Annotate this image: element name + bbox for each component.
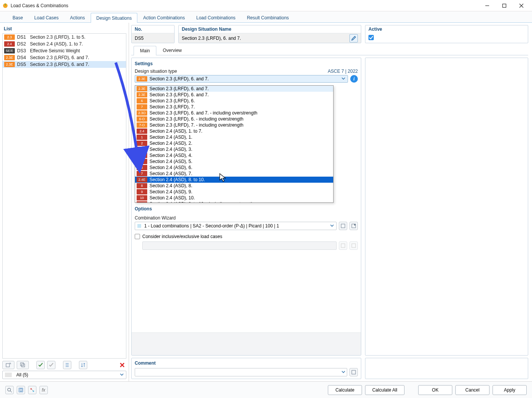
close-button[interactable] [513,0,530,11]
calculate-all-button[interactable]: Calculate All [365,385,405,395]
calculate-button[interactable]: Calculate [328,385,362,395]
dropdown-label: Section 2.4 (ASD), 7. [150,171,192,176]
subtab-main[interactable]: Main [134,46,156,55]
dropdown-item[interactable]: 6-OSection 2.3 (LRFD), 6. - including ov… [135,116,333,122]
new-button[interactable] [2,361,14,369]
dropdown-label: Section 2.3 (LRFD), 6. and 7. [150,86,209,91]
consider-label: Consider inclusive/exclusive load cases [142,234,222,239]
list-item[interactable]: SE/EDS3Effective Seismic Weight [3,47,126,54]
ok-button[interactable]: OK [418,385,452,395]
chevron-down-icon [120,372,124,378]
no-input[interactable] [135,36,171,41]
cancel-button[interactable]: Cancel [455,385,490,395]
svg-line-23 [31,389,33,391]
active-checkbox[interactable] [368,35,374,40]
dropdown-item[interactable]: 1Section 2.4 (ASD), 1. [135,134,333,140]
svg-rect-16 [352,370,356,374]
dropdown-item[interactable]: 10Section 2.4 (ASD), 10. [135,195,333,201]
wizard-edit-button[interactable] [349,222,358,230]
dropdown-label: Section 2.3 (LRFD), 7. - including overs… [150,122,243,128]
name-box: Design Situation Name [178,25,361,43]
wizard-new-button[interactable] [339,222,347,230]
comment-input[interactable] [135,368,347,376]
tree-button[interactable] [28,386,36,394]
minimize-button[interactable] [478,0,496,11]
tab-action-combinations[interactable]: Action Combinations [137,13,190,22]
dropdown-item[interactable]: 6Section 2.4 (ASD), 6. [135,165,333,171]
units-button[interactable]: 0 [17,386,25,394]
uncheck-button[interactable] [47,361,55,369]
rename-button[interactable] [349,34,358,42]
subtab-overview[interactable]: Overview [156,45,188,55]
wizard-select[interactable]: 1 - Load combinations | SA2 - Second-ord… [135,222,337,230]
badge: 2.3E [4,55,15,60]
svg-text:fx: fx [42,387,46,393]
dropdown-item[interactable]: 2.3ESection 2.3 (LRFD), 6. and 7. [135,92,333,98]
dropdown-item[interactable]: 3Section 2.4 (ASD), 3. [135,146,333,152]
tab-load-cases[interactable]: Load Cases [28,13,64,22]
delete-button[interactable] [118,361,126,369]
dropdown-item[interactable]: 7Section 2.3 (LRFD), 7. [135,104,333,110]
dropdown-item[interactable]: 5Section 2.4 (ASD), 5. [135,158,333,165]
search-button[interactable] [5,386,14,394]
dropdown-item[interactable]: 2.3OSection 2.3 (LRFD), 6. and 7. - incl… [135,110,333,116]
badge: 2.4 [4,41,15,47]
dropdown-item[interactable]: 2Section 2.4 (ASD), 2. [135,140,333,146]
type-select[interactable]: 2.3E Section 2.3 (LRFD), 6. and 7. [135,75,348,83]
dropdown-item[interactable]: 4Section 2.4 (ASD), 4. [135,152,333,158]
svg-rect-6 [6,364,9,367]
function-button[interactable]: fx [39,386,48,394]
list-item[interactable]: 2.3EDS5Section 2.3 (LRFD), 6. and 7. [3,61,126,68]
no-label: No. [132,25,174,33]
dropdown-item[interactable]: 7Section 2.4 (ASD), 7. [135,171,333,177]
filter-select[interactable]: All (5) [2,371,126,379]
info-icon[interactable]: i [350,75,358,83]
consider-checkbox[interactable] [135,234,140,239]
svg-rect-11 [341,224,345,228]
list-item[interactable]: 2.3EDS4Section 2.3 (LRFD), 6. and 7. [3,54,126,61]
tab-base[interactable]: Base [7,13,28,22]
dropdown-item[interactable]: 2.4ESection 2.4 (ASD), 8. to 10. [135,177,333,183]
sort-button[interactable] [79,361,87,369]
dropdown-label: Section 2.4 (ASD), 9. [150,189,192,194]
dropdown-item[interactable]: 6Section 2.3 (LRFD), 6. [135,98,333,104]
comment-info-box [365,358,528,379]
tab-actions[interactable]: Actions [64,13,90,22]
no-box: No. [131,25,175,43]
dropdown-item[interactable]: 2.3ESection 2.3 (LRFD), 6. and 7. [135,86,333,92]
list-item[interactable]: 2.3DS1Section 2.3 (LRFD), 1. to 5. [3,34,126,41]
check-button[interactable] [36,361,45,369]
dropdown-label: Section 2.4 (ASD), 8. [150,183,192,188]
name-label: Design Situation Name [179,25,361,33]
badge: 2.3E [137,92,147,97]
left-panel: List 2.3DS1Section 2.3 (LRFD), 1. to 5.2… [0,23,129,381]
badge: 3 [137,147,147,152]
list-item[interactable]: 2.4DS2Section 2.4 (ASD), 1. to 7. [3,41,126,47]
comment-edit-button[interactable] [349,368,358,376]
ds-no: DS2 [17,41,28,47]
dropdown-item[interactable]: 7-OSection 2.3 (LRFD), 7. - including ov… [135,122,333,128]
type-dropdown[interactable]: 2.3ESection 2.3 (LRFD), 6. and 7.2.3ESec… [135,85,334,203]
svg-rect-1 [5,3,6,6]
dropdown-item[interactable]: 2.4Section 2.4 (ASD), 1. to 7. [135,128,333,134]
chevron-down-icon [342,370,345,375]
tab-result-combinations[interactable]: Result Combinations [241,13,295,22]
info-panel [365,58,528,356]
apply-button[interactable]: Apply [493,385,527,395]
badge: 6 [137,165,147,170]
dropdown-item[interactable]: 8Section 2.4 (ASD), 8. [135,183,333,189]
badge: 5 [137,159,147,164]
copy-button[interactable] [17,361,29,369]
situation-list[interactable]: 2.3DS1Section 2.3 (LRFD), 1. to 5.2.4DS2… [2,33,126,359]
dropdown-item[interactable]: 9Section 2.4 (ASD), 9. [135,189,333,195]
maximize-button[interactable] [496,0,513,11]
renumber-button[interactable] [63,361,71,369]
tab-design-situations[interactable]: Design Situations [91,13,137,23]
name-input[interactable] [182,36,347,41]
badge: 2.3E [4,62,15,67]
ds-name: Section 2.3 (LRFD), 6. and 7. [30,55,89,60]
dropdown-item[interactable]: 2.4OSection 2.4 (ASD), 8. to 10. - inclu… [135,201,333,203]
wizard-swatch [137,224,141,228]
tab-load-combinations[interactable]: Load Combinations [190,13,241,22]
footer: 0 fx Calculate Calculate All OK Cancel A… [0,381,532,398]
